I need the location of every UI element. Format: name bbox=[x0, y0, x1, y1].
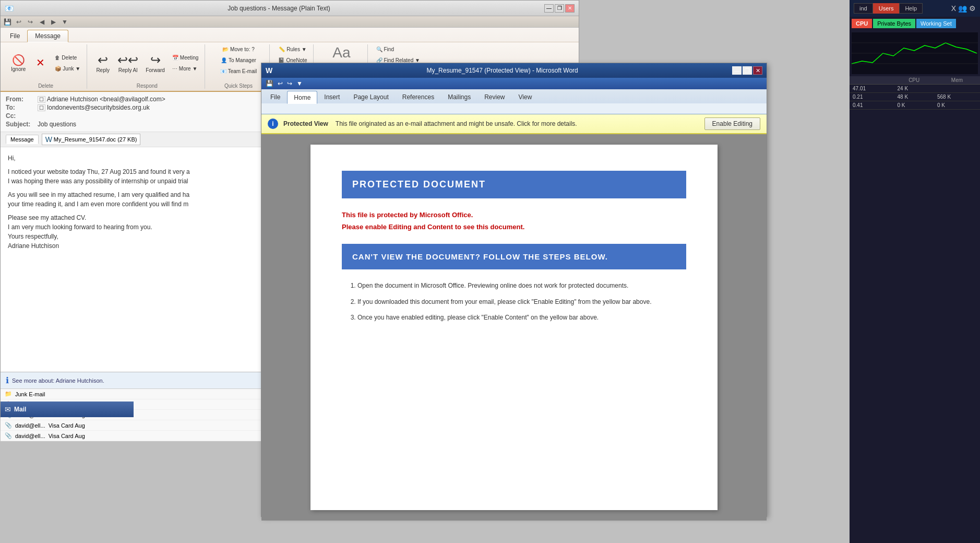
delete-button[interactable]: 🗑 Delete bbox=[52, 53, 83, 63]
teamemail-button[interactable]: 📧 Team E-mail bbox=[217, 66, 260, 76]
from-checkbox[interactable]: ☐ bbox=[38, 96, 45, 103]
forward-qa-button[interactable]: ▶ bbox=[49, 17, 58, 27]
reply-icon: ↩ bbox=[98, 54, 108, 66]
forward-icon: ↪ bbox=[150, 54, 161, 66]
rules-icon: 📏 bbox=[279, 46, 285, 52]
doc-step-3: Once you have enabled editing, please cl… bbox=[357, 312, 686, 324]
reply-all-icon: ↩↩ bbox=[117, 54, 138, 66]
word-tab-file[interactable]: File bbox=[264, 91, 287, 103]
word-restore-button[interactable]: ❐ bbox=[743, 66, 752, 75]
perf-row-1-col2: 24 K bbox=[894, 85, 934, 93]
subject-value: Job questions bbox=[38, 121, 76, 128]
to-checkbox[interactable]: ☐ bbox=[38, 104, 45, 111]
junk-button[interactable]: 📦 Junk ▼ bbox=[52, 64, 83, 74]
word-customize-button[interactable]: ▼ bbox=[295, 80, 304, 87]
customize-qa-button[interactable]: ▼ bbox=[60, 17, 69, 27]
more-icon: ⋯ bbox=[172, 66, 177, 72]
right-panel: ind Users Help X 👥 ⚙ CPU Private Bytes W… bbox=[850, 0, 980, 543]
ignore-button[interactable]: 🚫 Ignore bbox=[8, 53, 29, 74]
word-tab-insert[interactable]: Insert bbox=[317, 91, 346, 103]
quicksteps-label: Quick Steps bbox=[224, 83, 253, 89]
panel-icon-x[interactable]: X bbox=[951, 4, 956, 13]
doc-warning-line2: Please enable Editing and Content to see… bbox=[342, 221, 686, 233]
panel-icon-gear[interactable]: ⚙ bbox=[969, 4, 976, 13]
doc-header-2: CAN'T VIEW THE DOCUMENT? FOLLOW THE STEP… bbox=[342, 244, 686, 269]
word-redo-button[interactable]: ↪ bbox=[286, 80, 293, 87]
from-label: From: bbox=[6, 96, 34, 103]
folder-junk-icon: 📁 bbox=[5, 391, 12, 397]
right-panel-tab-help[interactable]: Help bbox=[899, 3, 923, 14]
tomanager-button[interactable]: 👤 To Manager bbox=[218, 55, 259, 65]
reply-button[interactable]: ↩ Reply bbox=[92, 52, 113, 75]
word-page: PROTECTED DOCUMENT This file is protecte… bbox=[310, 145, 718, 510]
tab-file[interactable]: File bbox=[3, 30, 27, 42]
protected-view-bar: i Protected View This file originated as… bbox=[261, 114, 767, 134]
protected-info-icon: i bbox=[268, 119, 278, 129]
reply-all-button[interactable]: ↩↩ Reply Al bbox=[114, 52, 141, 75]
rules-button[interactable]: 📏 Rules ▼ bbox=[276, 44, 309, 54]
word-quick-access: 💾 ↩ ↪ ▼ bbox=[261, 78, 767, 89]
perf-row-1-col1: 47.01 bbox=[850, 85, 894, 93]
minimize-button[interactable]: — bbox=[544, 4, 554, 13]
delete-group-buttons: 🚫 Ignore ✕ 🗑 Delete 📦 bbox=[8, 44, 83, 82]
right-panel-tab-ind[interactable]: ind bbox=[854, 3, 873, 14]
forward-button[interactable]: ↪ Forward bbox=[142, 52, 168, 75]
enable-editing-button[interactable]: Enable Editing bbox=[704, 117, 760, 130]
reply-label: Reply bbox=[96, 67, 110, 73]
cpu-tab[interactable]: CPU bbox=[852, 19, 872, 28]
find-label: Find bbox=[384, 46, 394, 52]
right-panel-tab-users[interactable]: Users bbox=[873, 3, 900, 14]
perf-col-header-1 bbox=[850, 76, 894, 85]
word-tab-home[interactable]: Home bbox=[287, 91, 317, 104]
doc-header-1: PROTECTED DOCUMENT bbox=[342, 171, 686, 198]
word-tab-references[interactable]: References bbox=[396, 91, 441, 103]
perf-col-header-3: Mem bbox=[934, 76, 980, 85]
more-button[interactable]: ⋯ More ▼ bbox=[169, 64, 202, 74]
word-undo-button[interactable]: ↩ bbox=[277, 80, 284, 87]
ribbon-group-respond: ↩ Reply ↩↩ Reply Al ↪ Forward 📅 bbox=[89, 44, 205, 89]
panel-icon-users[interactable]: 👥 bbox=[958, 4, 967, 13]
word-title: My_Resume_91547 (Protected View) - Micro… bbox=[272, 67, 732, 74]
moveto-icon: 📂 bbox=[222, 46, 229, 52]
moveto-button[interactable]: 📂 Move to: ? bbox=[219, 44, 258, 54]
from-value: ☐ Adriane Hutchison <bneal@avilagolf.com… bbox=[38, 96, 165, 103]
perf-row-2-col3: 568 K bbox=[934, 93, 980, 101]
perf-row-1-col3 bbox=[934, 85, 980, 93]
teamemail-icon: 📧 bbox=[220, 68, 226, 74]
attachment-file[interactable]: W My_Resume_91547.doc (27 KB) bbox=[42, 134, 141, 145]
email-sender-3: david@ell... bbox=[15, 433, 45, 439]
save-qa-button[interactable]: 💾 bbox=[3, 17, 12, 27]
email-sender-2: david@ell... bbox=[15, 422, 45, 429]
restore-button[interactable]: ❐ bbox=[555, 4, 564, 13]
outlook-title-bar: 📧 Job questions - Message (Plain Text) —… bbox=[1, 1, 579, 16]
doc-step-2: If you downloaded this document from you… bbox=[357, 296, 686, 308]
word-tab-review[interactable]: Review bbox=[477, 91, 511, 103]
word-close-button[interactable]: ✕ bbox=[753, 66, 762, 75]
performance-graph bbox=[852, 32, 978, 74]
word-tab-view[interactable]: View bbox=[512, 91, 539, 103]
to-label: To: bbox=[6, 104, 34, 111]
redo-qa-button[interactable]: ↪ bbox=[26, 17, 35, 27]
ribbon-tabs: File Message bbox=[1, 28, 579, 42]
meeting-button[interactable]: 📅 Meeting bbox=[169, 53, 202, 63]
word-save-button[interactable]: 💾 bbox=[265, 80, 274, 87]
close-button[interactable]: ✕ bbox=[565, 4, 575, 13]
rules-label: Rules ▼ bbox=[286, 46, 306, 52]
word-tab-pagelayout[interactable]: Page Layout bbox=[346, 91, 395, 103]
to-value: ☐ londonevents@securitybsides.org.uk bbox=[38, 104, 150, 111]
word-ribbon-content bbox=[261, 103, 767, 114]
find-button[interactable]: 🔍 Find bbox=[373, 44, 397, 54]
delete-x-button[interactable]: ✕ bbox=[30, 55, 51, 71]
back-qa-button[interactable]: ◀ bbox=[37, 17, 46, 27]
perf-tabs: CPU Private Bytes Working Set bbox=[850, 17, 980, 30]
perf-row-1: 47.01 24 K bbox=[850, 85, 980, 93]
delete-icon: 🗑 bbox=[55, 55, 60, 61]
private-tab[interactable]: Private Bytes bbox=[873, 19, 915, 28]
message-tab[interactable]: Message bbox=[6, 135, 39, 144]
word-minimize-button[interactable]: — bbox=[732, 66, 742, 75]
working-tab[interactable]: Working Set bbox=[916, 19, 956, 28]
tab-message[interactable]: Message bbox=[27, 30, 68, 42]
word-tab-mailings[interactable]: Mailings bbox=[441, 91, 477, 103]
undo-qa-button[interactable]: ↩ bbox=[14, 17, 23, 27]
teamemail-label: Team E-mail bbox=[228, 68, 257, 74]
